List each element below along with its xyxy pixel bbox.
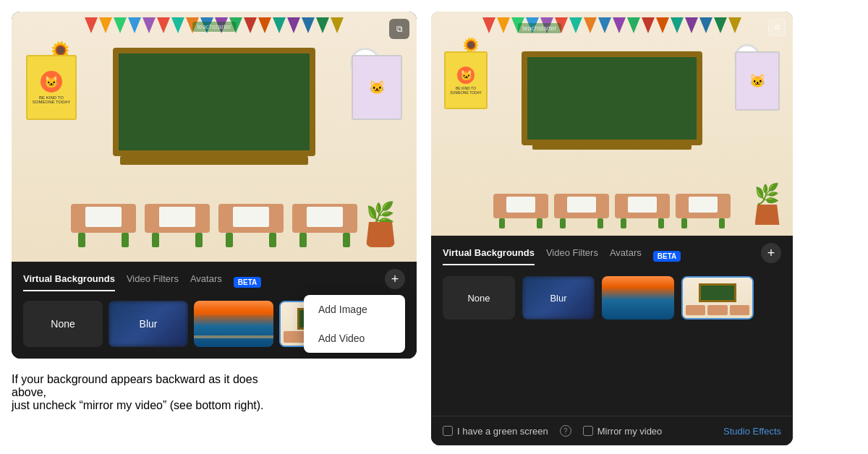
left-classroom-preview: teachstarter 🌻 🕐 🐱 BE KIND TO SOMEONE TO… bbox=[12, 12, 417, 262]
right-plant: 🌿 bbox=[754, 184, 780, 225]
left-add-video-item[interactable]: Add Video bbox=[304, 324, 405, 353]
right-thumb-bridge[interactable] bbox=[602, 276, 674, 320]
left-poster-left: 🐱 BE KIND TO SOMEONE TODAY bbox=[26, 55, 77, 120]
left-classroom-bg: teachstarter 🌻 🕐 🐱 BE KIND TO SOMEONE TO… bbox=[12, 12, 417, 262]
right-classroom-preview: teachstarter 🌻 🕐 🐱 BE KIND TO SOMEONE TO… bbox=[431, 12, 793, 236]
right-classroom-bg: teachstarter 🌻 🕐 🐱 BE KIND TO SOMEONE TO… bbox=[431, 12, 793, 236]
right-logo: teachstarter bbox=[518, 23, 561, 33]
right-poster-left: 🐱 BE KIND TO SOMEONE TODAY bbox=[444, 51, 488, 109]
right-chalkboard-ledge bbox=[532, 142, 692, 150]
right-tab-avatars[interactable]: Avatars bbox=[610, 247, 642, 265]
caption-line2: just uncheck “mirror my video” (see bott… bbox=[12, 399, 272, 412]
right-desk-1 bbox=[493, 194, 548, 228]
right-zoom-panel: teachstarter 🌻 🕐 🐱 BE KIND TO SOMEONE TO… bbox=[431, 12, 793, 445]
left-beta-badge: BETA bbox=[234, 277, 261, 288]
right-thumb-none[interactable]: None bbox=[443, 276, 515, 320]
left-plant-pot bbox=[366, 222, 395, 247]
left-tab-virtual-backgrounds[interactable]: Virtual Backgrounds bbox=[23, 273, 115, 291]
right-thumb-blur[interactable]: Blur bbox=[522, 276, 595, 320]
left-plant: 🌿 bbox=[366, 202, 395, 247]
left-tabs-area: Virtual Backgrounds Video Filters Avatar… bbox=[12, 262, 417, 295]
left-add-button[interactable]: + bbox=[385, 269, 405, 289]
right-desks-row bbox=[438, 194, 786, 228]
right-thumb-blur-label: Blur bbox=[522, 276, 595, 320]
caption-text: If your background appears backward as i… bbox=[12, 367, 272, 412]
right-thumb-classroom[interactable] bbox=[681, 276, 754, 320]
green-screen-checkbox[interactable] bbox=[443, 426, 453, 436]
right-add-button[interactable]: + bbox=[761, 243, 781, 263]
left-zoom-panel: teachstarter 🌻 🕐 🐱 BE KIND TO SOMEONE TO… bbox=[12, 12, 417, 359]
left-thumb-blur[interactable]: Blur bbox=[109, 301, 188, 347]
left-poster-right: 🐱 bbox=[352, 55, 402, 120]
right-chalkboard bbox=[522, 51, 702, 145]
right-plant-leaves-icon: 🌿 bbox=[754, 184, 780, 205]
right-tab-video-filters[interactable]: Video Filters bbox=[546, 247, 598, 265]
right-bunting bbox=[431, 17, 793, 39]
right-desk-4 bbox=[676, 194, 731, 228]
right-corner-copy-icon[interactable]: ⧉ bbox=[768, 19, 786, 36]
left-desk-3 bbox=[218, 204, 284, 247]
mirror-video-checkbox[interactable] bbox=[583, 426, 593, 436]
left-chalkboard-ledge bbox=[120, 156, 308, 165]
right-plant-pot bbox=[755, 205, 780, 225]
left-logo: teachstarter bbox=[192, 22, 236, 32]
right-poster-right: 🐱 bbox=[735, 51, 780, 111]
left-thumb-bridge[interactable] bbox=[194, 301, 273, 347]
right-beta-badge: BETA bbox=[653, 251, 681, 262]
right-desk-2 bbox=[554, 194, 609, 228]
left-chalkboard bbox=[113, 48, 315, 156]
green-screen-info-icon[interactable]: ? bbox=[560, 425, 571, 437]
green-screen-label[interactable]: I have a green screen bbox=[443, 426, 548, 437]
right-footer: I have a green screen ? Mirror my video … bbox=[431, 416, 793, 445]
mirror-video-label[interactable]: Mirror my video bbox=[583, 426, 663, 437]
left-thumb-none[interactable]: None bbox=[23, 301, 103, 347]
left-desk-4 bbox=[292, 204, 357, 247]
left-tab-video-filters[interactable]: Video Filters bbox=[127, 273, 179, 291]
right-thumbnails-row: None Blur bbox=[431, 269, 793, 331]
left-corner-copy-icon[interactable]: ⧉ bbox=[389, 19, 409, 39]
right-desk-3 bbox=[615, 194, 670, 228]
left-thumb-blur-label: Blur bbox=[109, 301, 188, 347]
left-tab-avatars[interactable]: Avatars bbox=[190, 273, 222, 291]
left-dropdown-menu: Add Image Add Video bbox=[304, 295, 405, 353]
left-desks-row bbox=[26, 204, 402, 247]
studio-effects-link[interactable]: Studio Effects bbox=[723, 426, 781, 437]
right-tab-virtual-backgrounds[interactable]: Virtual Backgrounds bbox=[443, 247, 535, 265]
left-desk-2 bbox=[145, 204, 210, 247]
left-add-image-item[interactable]: Add Image bbox=[304, 295, 405, 324]
left-desk-1 bbox=[71, 204, 136, 247]
caption-line1: If your background appears backward as i… bbox=[12, 373, 272, 399]
right-tabs-area: Virtual Backgrounds Video Filters Avatar… bbox=[431, 236, 793, 269]
